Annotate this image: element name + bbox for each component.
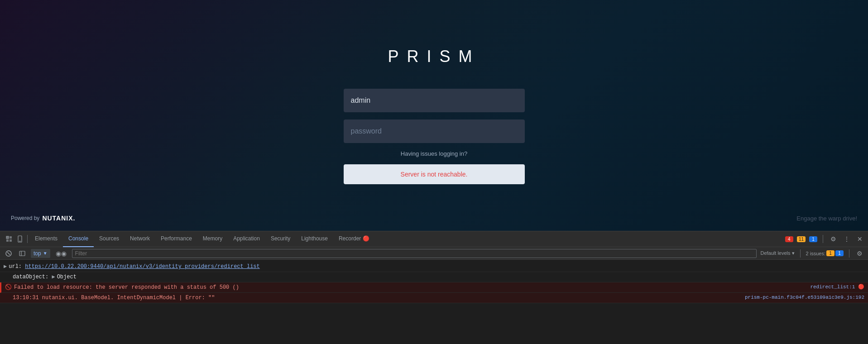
console-toolbar: top ▼ ◉ Default levels ▾ 2 issues: 1 1 bbox=[0, 247, 868, 260]
url-link[interactable]: https://10.0.22.200:9440/api/nutanix/v3/… bbox=[25, 263, 259, 270]
console-row-url: ▶ url: https://10.0.22.200:9440/api/nuta… bbox=[0, 262, 868, 272]
main-app: PRISM Having issues logging in? Server i… bbox=[0, 0, 868, 231]
engage-text: Engage the warp drive! bbox=[796, 215, 857, 222]
more-options-icon[interactable] bbox=[842, 234, 852, 244]
password-input[interactable] bbox=[344, 119, 525, 143]
error-badge: 4 bbox=[785, 236, 793, 242]
help-link[interactable]: Having issues logging in? bbox=[401, 150, 467, 157]
login-form: Having issues logging in? Server is not … bbox=[344, 89, 525, 184]
error-text-source-link[interactable]: prism-pc-main.f3c04f.e53109a1c3e9.js:192 bbox=[745, 294, 864, 301]
right-separator bbox=[823, 235, 823, 243]
top-context-selector[interactable]: top ▼ bbox=[31, 249, 50, 258]
tab-sources[interactable]: Sources bbox=[94, 231, 125, 247]
tab-network[interactable]: Network bbox=[125, 231, 155, 247]
tab-performance[interactable]: Performance bbox=[155, 231, 197, 247]
expand-icon[interactable]: ▶ bbox=[4, 263, 7, 271]
toolbar-separator bbox=[27, 235, 28, 243]
issues-separator bbox=[849, 249, 849, 258]
console-row-dataobject: dataObject: ▶ Object bbox=[0, 272, 868, 282]
issues-warning-badge: 1 bbox=[826, 250, 834, 256]
app-title: PRISM bbox=[388, 47, 480, 66]
tab-memory[interactable]: Memory bbox=[197, 231, 228, 247]
close-devtools-icon[interactable] bbox=[855, 234, 864, 244]
username-input[interactable] bbox=[344, 89, 525, 112]
powered-by-label: Powered by bbox=[11, 215, 39, 221]
tab-console[interactable]: Console bbox=[63, 231, 94, 247]
tab-recorder[interactable]: Recorder 🔴 bbox=[333, 231, 375, 247]
console-row-error-500: 🚫 Failed to load resource: the server re… bbox=[0, 282, 868, 293]
tab-elements[interactable]: Elements bbox=[29, 231, 63, 247]
svg-rect-5 bbox=[19, 251, 25, 256]
tab-application[interactable]: Application bbox=[228, 231, 265, 247]
devtools-right-controls: 4 11 1 bbox=[785, 234, 864, 244]
error-source-link[interactable]: redirect_list:1 🔴 bbox=[810, 283, 864, 291]
devtools-panel: Elements Console Sources Network Perform… bbox=[0, 231, 868, 344]
toggle-sidebar-icon[interactable] bbox=[17, 249, 27, 258]
issues-info-badge: 1 bbox=[835, 250, 844, 256]
object-expand-icon[interactable]: ▶ bbox=[52, 273, 55, 281]
warning-badge: 11 bbox=[797, 236, 806, 242]
console-right-controls: Default levels ▾ 2 issues: 1 1 bbox=[760, 248, 864, 259]
console-row-error-text: 13:10:31 nutanix.ui. BaseModel. IntentDy… bbox=[0, 293, 868, 303]
default-levels-dropdown[interactable]: Default levels ▾ bbox=[760, 250, 794, 256]
svg-line-4 bbox=[7, 252, 10, 255]
powered-by: Powered by NUTANIX. bbox=[11, 215, 75, 222]
clear-console-icon[interactable] bbox=[4, 249, 14, 258]
devtools-mobile-icon[interactable] bbox=[14, 234, 25, 244]
issues-count[interactable]: 2 issues: 1 1 bbox=[806, 250, 844, 256]
error-icon: 🚫 bbox=[5, 283, 12, 291]
devtools-inspect-icon[interactable] bbox=[4, 234, 14, 244]
hide-network-icon[interactable]: ◉ bbox=[54, 249, 68, 258]
settings-icon[interactable] bbox=[829, 234, 838, 244]
nutanix-logo: NUTANIX. bbox=[42, 215, 75, 222]
server-error-button[interactable]: Server is not reachable. bbox=[344, 164, 525, 184]
tab-lighthouse[interactable]: Lighthouse bbox=[296, 231, 333, 247]
tab-security[interactable]: Security bbox=[265, 231, 296, 247]
console-filter-input[interactable] bbox=[72, 249, 757, 258]
console-separator bbox=[800, 249, 801, 258]
console-settings-icon[interactable] bbox=[855, 248, 864, 259]
devtools-toolbar: Elements Console Sources Network Perform… bbox=[0, 231, 868, 247]
console-content: ▶ url: https://10.0.22.200:9440/api/nuta… bbox=[0, 260, 868, 344]
info-badge: 1 bbox=[809, 236, 817, 242]
